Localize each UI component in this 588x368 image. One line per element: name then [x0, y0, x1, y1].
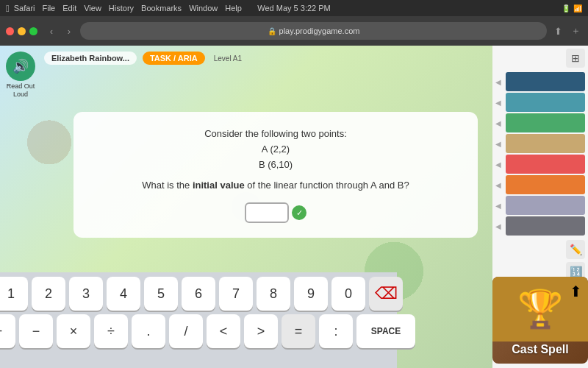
color-arrow-3[interactable]: ◀ [495, 119, 504, 127]
question-intro: Consider the following two points: A (2,… [96, 127, 456, 194]
browser-chrome: ‹ › 🔒 play.prodigygame.com ⬆ ＋ [0, 16, 588, 46]
color-arrow-4[interactable]: ◀ [495, 140, 504, 148]
menu-file[interactable]: File [43, 4, 56, 13]
color-row-7: ◀ [495, 196, 585, 215]
cast-spell-label: Cast Spell [512, 343, 568, 356]
traffic-lights [6, 27, 37, 35]
read-out-loud-label: Read OutLoud [7, 82, 35, 99]
color-swatch-6[interactable] [506, 175, 585, 194]
address-bar[interactable]: 🔒 play.prodigygame.com [80, 22, 547, 40]
browser-content: 🔊 Read OutLoud Elizabeth Rainbow... TASK… [0, 46, 588, 368]
color-swatch-4[interactable] [506, 134, 585, 153]
color-arrow-1[interactable]: ◀ [495, 78, 504, 86]
color-row-5: ◀ [495, 155, 585, 174]
color-swatch-2[interactable] [506, 93, 585, 112]
color-swatch-8[interactable] [506, 216, 585, 236]
color-row-6: ◀ [495, 175, 585, 194]
level-badge: Level A1 [214, 54, 242, 63]
backspace-key[interactable]: ⌫ [369, 277, 403, 311]
close-button[interactable] [6, 27, 14, 35]
color-row-8: ◀ [495, 216, 585, 236]
key-6[interactable]: 6 [182, 277, 215, 311]
answer-area: ✓ [96, 202, 456, 223]
cast-spell-button[interactable]: 🏆 ⬆ Cast Spell [492, 277, 588, 364]
right-panel: ⊞ ◀ ◀ ◀ ◀ ◀ ◀ [492, 46, 588, 368]
key-minus[interactable]: − [19, 314, 53, 348]
key-colon[interactable]: : [319, 314, 353, 348]
grid-tool-button[interactable]: ⊞ [566, 49, 585, 68]
color-swatch-5[interactable] [506, 155, 585, 174]
keyboard-row-1: 1 2 3 4 5 6 7 8 9 0 ⌫ [6, 277, 391, 311]
color-arrow-6[interactable]: ◀ [495, 181, 504, 189]
keyboard-row-2: + − × ÷ . / < > = : SPACE [6, 314, 391, 348]
color-row-2: ◀ [495, 93, 585, 112]
menu-edit[interactable]: Edit [62, 4, 76, 13]
key-slash[interactable]: / [169, 314, 203, 348]
menu-safari[interactable]: Safari [14, 4, 35, 13]
key-2[interactable]: 2 [32, 277, 65, 311]
color-row-3: ◀ [495, 113, 585, 132]
key-3[interactable]: 3 [69, 277, 103, 311]
key-space[interactable]: SPACE [356, 314, 415, 348]
lock-icon: 🔒 [268, 27, 276, 35]
color-palette: ◀ ◀ ◀ ◀ ◀ ◀ ◀ [495, 72, 585, 236]
pencil-tool-button[interactable]: ✏️ [566, 240, 585, 259]
menu-view[interactable]: View [84, 4, 101, 13]
key-equals[interactable]: = [282, 314, 315, 348]
maximize-button[interactable] [29, 27, 37, 35]
key-divide[interactable]: ÷ [94, 314, 128, 348]
key-plus[interactable]: + [0, 314, 15, 348]
key-less[interactable]: < [207, 314, 240, 348]
color-swatch-7[interactable] [506, 196, 585, 215]
key-dot[interactable]: . [132, 314, 165, 348]
color-arrow-5[interactable]: ◀ [495, 160, 504, 169]
title-bar-time: Wed May 5 3:22 PM [257, 4, 330, 13]
key-greater[interactable]: > [244, 314, 278, 348]
answer-input[interactable] [245, 202, 289, 223]
keyboard-area: 1 2 3 4 5 6 7 8 9 0 ⌫ + − × ÷ . / < > [0, 272, 397, 368]
apple-icon:  [6, 3, 10, 14]
game-area: 🔊 Read OutLoud Elizabeth Rainbow... TASK… [0, 46, 492, 368]
menu-bookmarks[interactable]: Bookmarks [141, 4, 182, 13]
color-arrow-2[interactable]: ◀ [495, 99, 504, 107]
menu-help[interactable]: Help [225, 4, 242, 13]
menu-history[interactable]: History [109, 4, 134, 13]
wifi-icon: 📶 [573, 4, 582, 13]
minimize-button[interactable] [18, 27, 26, 35]
key-4[interactable]: 4 [107, 277, 140, 311]
title-bar-left:  Safari File Edit View History Bookmark… [6, 3, 242, 14]
key-multiply[interactable]: × [57, 314, 90, 348]
key-5[interactable]: 5 [144, 277, 178, 311]
color-row-4: ◀ [495, 134, 585, 153]
share-button[interactable]: ⬆ [551, 24, 564, 38]
color-swatch-3[interactable] [506, 113, 585, 132]
menu-window[interactable]: Window [189, 4, 218, 13]
key-1[interactable]: 1 [0, 277, 28, 311]
submit-answer-button[interactable]: ✓ [292, 205, 306, 220]
key-9[interactable]: 9 [294, 277, 328, 311]
url-text: play.prodigygame.com [279, 26, 360, 35]
color-arrow-7[interactable]: ◀ [495, 202, 504, 210]
user-bar: Elizabeth Rainbow... TASK / ARIA Level A… [44, 52, 487, 65]
question-card: Consider the following two points: A (2,… [74, 112, 478, 238]
speaker-icon: 🔊 [6, 52, 35, 81]
new-tab-button[interactable]: ＋ [569, 24, 582, 38]
forward-button[interactable]: › [62, 24, 76, 38]
cast-spell-icon-area: 🏆 ⬆ [492, 277, 588, 342]
task-badge: TASK / ARIA [143, 52, 205, 65]
battery-icon: 🔋 [562, 4, 570, 13]
title-bar:  Safari File Edit View History Bookmark… [0, 0, 588, 16]
color-swatch-1[interactable] [506, 72, 585, 91]
key-8[interactable]: 8 [257, 277, 290, 311]
key-0[interactable]: 0 [331, 277, 365, 311]
color-row-1: ◀ [495, 72, 585, 91]
title-bar-right: 🔋 📶 [562, 4, 582, 13]
key-7[interactable]: 7 [219, 277, 253, 311]
color-arrow-8[interactable]: ◀ [495, 222, 504, 230]
menu-items: Safari File Edit View History Bookmarks … [14, 4, 242, 13]
back-button[interactable]: ‹ [45, 24, 58, 38]
username-badge: Elizabeth Rainbow... [44, 52, 137, 65]
read-out-loud-button[interactable]: 🔊 Read OutLoud [6, 52, 35, 99]
